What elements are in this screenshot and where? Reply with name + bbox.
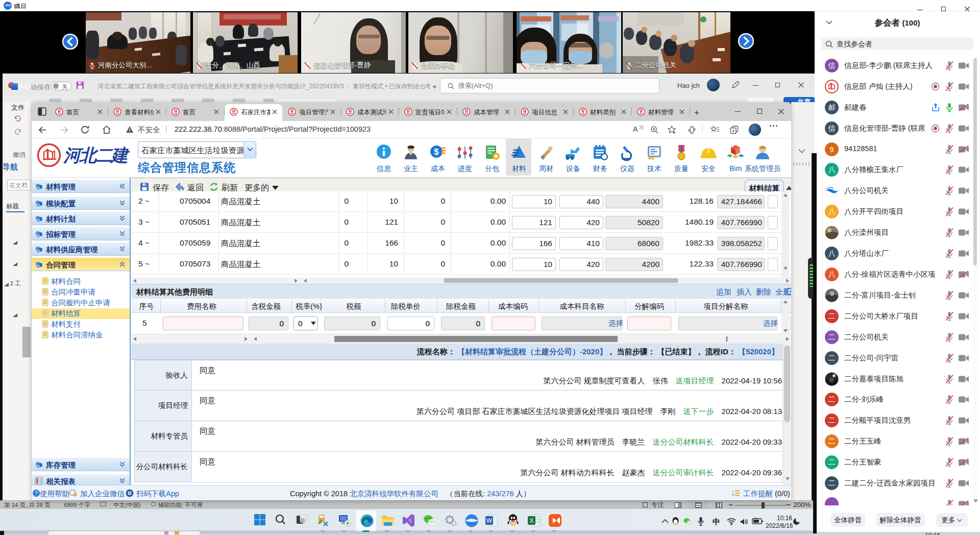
- svg-text:X: X: [529, 517, 533, 524]
- svg-text:?: ?: [35, 491, 38, 496]
- svg-text:W: W: [486, 517, 493, 524]
- svg-text:$: $: [434, 147, 439, 157]
